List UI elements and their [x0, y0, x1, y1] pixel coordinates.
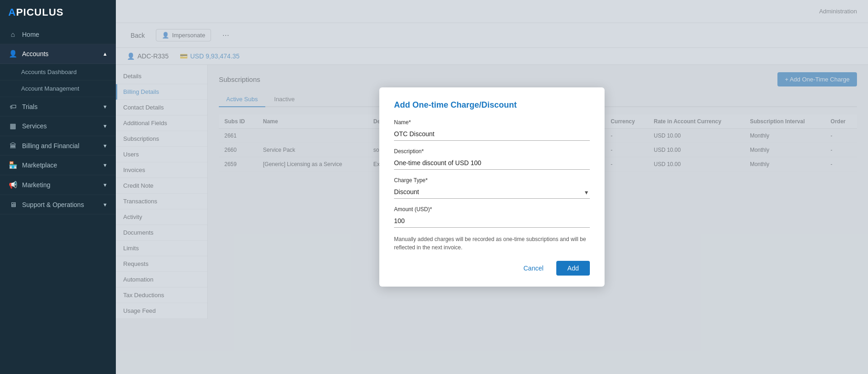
sidebar-item-label: Marketplace — [22, 161, 57, 169]
modal-actions: Cancel Add — [394, 261, 590, 276]
sidebar: APICULUS ⌂ Home 👤 Accounts ▲ Accounts Da… — [0, 0, 116, 374]
sidebar-item-label: Trials — [22, 103, 38, 110]
sidebar-item-marketplace[interactable]: 🏪 Marketplace ▼ — [0, 155, 116, 175]
sidebar-item-home[interactable]: ⌂ Home — [0, 25, 116, 44]
logo-prefix: A — [8, 6, 16, 18]
cancel-button[interactable]: Cancel — [516, 261, 551, 276]
sidebar-item-label: Services — [22, 122, 47, 130]
trials-arrow: ▼ — [103, 104, 108, 109]
accounts-icon: 👤 — [8, 50, 17, 58]
sidebar-item-marketing[interactable]: 📢 Marketing ▼ — [0, 175, 116, 195]
sidebar-item-trials[interactable]: 🏷 Trials ▼ — [0, 97, 116, 116]
charge-type-field-group: Charge Type* Charge Discount ▾ — [394, 177, 590, 199]
accounts-arrow: ▲ — [103, 51, 108, 57]
description-field-group: Description* — [394, 148, 590, 170]
name-input[interactable] — [394, 127, 590, 141]
marketing-icon: 📢 — [8, 181, 17, 189]
billing-arrow: ▼ — [103, 143, 108, 149]
amount-label: Amount (USD)* — [394, 206, 590, 213]
name-field-group: Name* — [394, 119, 590, 141]
services-arrow: ▼ — [103, 123, 108, 129]
charge-type-label: Charge Type* — [394, 177, 590, 184]
sidebar-item-label: Accounts — [22, 50, 49, 58]
name-label: Name* — [394, 119, 590, 126]
add-button[interactable]: Add — [556, 261, 590, 276]
modal-overlay: Add One-time Charge/Discount Name* Descr… — [116, 0, 868, 374]
sidebar-item-billing[interactable]: 🏛 Billing and Financial ▼ — [0, 136, 116, 155]
support-icon: 🖥 — [8, 201, 17, 208]
marketplace-arrow: ▼ — [103, 162, 108, 168]
sidebar-item-support[interactable]: 🖥 Support & Operations ▼ — [0, 195, 116, 214]
modal-note: Manually added charges will be recorded … — [394, 235, 590, 252]
billing-icon: 🏛 — [8, 142, 17, 150]
description-input[interactable] — [394, 156, 590, 170]
amount-field-group: Amount (USD)* — [394, 206, 590, 228]
charge-type-select-wrapper: Charge Discount ▾ — [394, 185, 590, 199]
sidebar-item-label: Support & Operations — [22, 201, 84, 208]
accounts-section: 👤 Accounts ▲ Accounts Dashboard Account … — [0, 44, 116, 97]
sidebar-item-accounts[interactable]: 👤 Accounts ▲ — [0, 44, 116, 64]
sidebar-item-label: Marketing — [22, 181, 50, 189]
support-arrow: ▼ — [103, 202, 108, 207]
description-label: Description* — [394, 148, 590, 155]
modal: Add One-time Charge/Discount Name* Descr… — [379, 87, 605, 287]
marketing-arrow: ▼ — [103, 182, 108, 188]
sidebar-item-services[interactable]: ▦ Services ▼ — [0, 116, 116, 136]
logo-name: PICULUS — [16, 6, 64, 18]
sidebar-item-accounts-dashboard[interactable]: Accounts Dashboard — [0, 64, 116, 81]
main-content: Administration Back 👤 Impersonate ··· 👤 … — [116, 0, 868, 374]
home-icon: ⌂ — [8, 30, 17, 38]
marketplace-icon: 🏪 — [8, 161, 17, 169]
charge-type-select[interactable]: Charge Discount — [394, 185, 590, 199]
services-icon: ▦ — [8, 122, 17, 130]
sidebar-item-label: Billing and Financial — [22, 142, 80, 150]
sidebar-item-account-management[interactable]: Account Management — [0, 81, 116, 97]
logo: APICULUS — [0, 0, 116, 25]
sidebar-item-label: Home — [22, 31, 39, 38]
modal-title: Add One-time Charge/Discount — [394, 100, 590, 110]
amount-input[interactable] — [394, 214, 590, 228]
trials-icon: 🏷 — [8, 103, 17, 110]
